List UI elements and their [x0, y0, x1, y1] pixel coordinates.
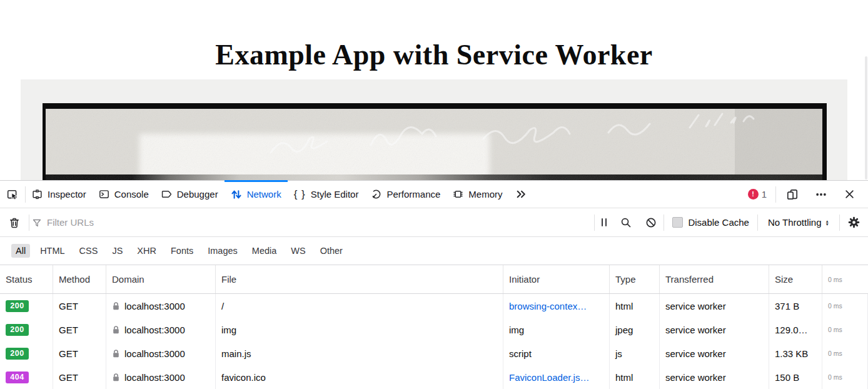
initiator-cell[interactable]: script — [503, 341, 610, 365]
size-cell: 129.0… — [769, 318, 822, 341]
disable-cache-checkbox[interactable] — [672, 217, 683, 228]
pick-element-icon — [7, 189, 18, 200]
column-header-size[interactable]: Size — [769, 265, 822, 293]
inspector-icon — [32, 189, 43, 200]
file-cell: main.js — [216, 341, 503, 365]
pick-element-button[interactable] — [0, 181, 25, 208]
initiator-cell[interactable]: FaviconLoader.js… — [503, 365, 610, 389]
requests-table-header: Status Method Domain File Initiator Type… — [0, 265, 868, 294]
initiator-cell[interactable]: img — [503, 318, 610, 341]
timeline-cell: 0 ms — [822, 318, 868, 341]
requests-table-body: 200 GET localhost:3000 / browsing-c — [0, 294, 868, 389]
status-badge: 200 — [6, 324, 29, 336]
tab-network[interactable]: Network — [225, 181, 288, 208]
photo-figure — [21, 79, 847, 180]
domain-cell: localhost:3000 — [106, 365, 216, 389]
filter-pill[interactable]: All — [11, 244, 30, 258]
request-row[interactable]: 200 GET localhost:3000 main.js scri — [0, 341, 868, 365]
performance-icon — [371, 189, 381, 200]
pause-traffic-button[interactable] — [595, 218, 613, 226]
gear-icon — [848, 216, 860, 228]
devtools-panel: Inspector Console Debugger — [0, 180, 868, 389]
status-badge: 200 — [6, 300, 29, 312]
filter-urls-input[interactable]: Filter URLs — [29, 208, 594, 236]
request-row[interactable]: 200 GET localhost:3000 img img — [0, 318, 868, 341]
column-header-transferred[interactable]: Transferred — [660, 265, 769, 293]
column-header-domain[interactable]: Domain — [106, 265, 216, 293]
filter-pill[interactable]: WS — [286, 244, 310, 258]
column-header-file[interactable]: File — [216, 265, 503, 293]
console-icon — [99, 189, 109, 200]
search-button[interactable] — [613, 217, 638, 228]
domain-cell: localhost:3000 — [106, 341, 216, 365]
status-badge: 404 — [6, 371, 29, 383]
tab-inspector[interactable]: Inspector — [26, 181, 93, 208]
page-title: Example App with Service Worker — [0, 38, 868, 71]
initiator-cell[interactable]: browsing-contex… — [503, 294, 610, 318]
throttling-value: No Throttling — [768, 217, 822, 228]
filter-pill[interactable]: Fonts — [166, 244, 198, 258]
lock-icon — [112, 301, 120, 310]
responsive-design-mode-button[interactable] — [780, 189, 805, 200]
network-settings-button[interactable] — [840, 216, 868, 228]
pause-icon — [602, 218, 607, 226]
size-cell: 371 B — [769, 294, 822, 318]
filter-pill[interactable]: Other — [316, 244, 347, 258]
debugger-icon — [161, 189, 172, 200]
memory-icon — [453, 189, 463, 200]
file-cell: / — [216, 294, 503, 318]
column-header-method[interactable]: Method — [53, 265, 106, 293]
filter-pill[interactable]: HTML — [36, 244, 69, 258]
error-icon: ! — [748, 189, 759, 200]
method-cell: GET — [53, 341, 106, 365]
type-cell: jpeg — [610, 318, 660, 341]
type-cell: html — [610, 294, 660, 318]
request-type-filters: All HTML CSS JS XHR Fonts Images Media W… — [0, 237, 868, 265]
column-header-initiator[interactable]: Initiator — [503, 265, 610, 293]
tab-label: Console — [114, 189, 149, 200]
close-devtools-button[interactable] — [837, 189, 862, 200]
devtools-menu-button[interactable] — [809, 189, 834, 200]
request-row[interactable]: 200 GET localhost:3000 / browsing-c — [0, 294, 868, 318]
filter-pill[interactable]: Images — [203, 244, 242, 258]
filter-urls-placeholder: Filter URLs — [47, 217, 94, 228]
tab-style-editor[interactable]: { } Style Editor — [288, 181, 365, 208]
tab-label: Network — [247, 189, 281, 200]
domain-cell: localhost:3000 — [106, 318, 216, 341]
error-count: 1 — [762, 189, 767, 200]
transferred-cell: service worker — [660, 294, 769, 318]
column-header-status[interactable]: Status — [0, 265, 53, 293]
tab-label: Performance — [386, 189, 440, 200]
filter-pill[interactable]: XHR — [133, 244, 161, 258]
page-scrollbar[interactable] — [865, 56, 867, 179]
select-arrows-icon: ▲▼ — [825, 220, 829, 226]
timeline-cell: 0 ms — [822, 365, 868, 389]
throttling-select[interactable]: No Throttling ▲▼ — [758, 217, 839, 228]
filter-pill[interactable]: CSS — [75, 244, 103, 258]
tab-label: Debugger — [177, 189, 218, 200]
error-count-button[interactable]: ! 1 — [743, 189, 772, 200]
network-icon — [231, 189, 242, 200]
disable-cache-control: Disable Cache — [664, 217, 757, 228]
column-header-timeline[interactable]: 0 ms — [822, 265, 868, 293]
column-header-type[interactable]: Type — [610, 265, 660, 293]
filter-pill[interactable]: Media — [248, 244, 281, 258]
size-cell: 1.33 KB — [769, 341, 822, 365]
clear-requests-button[interactable] — [0, 217, 29, 228]
request-row[interactable]: 404 GET localhost:3000 favicon.ico — [0, 365, 868, 389]
tab-console[interactable]: Console — [93, 181, 155, 208]
method-cell: GET — [53, 294, 106, 318]
status-badge: 200 — [6, 348, 29, 360]
transferred-cell: service worker — [660, 318, 769, 341]
tab-label: Inspector — [48, 189, 86, 200]
tab-label: Style Editor — [311, 189, 359, 200]
filter-pill[interactable]: JS — [108, 244, 127, 258]
transferred-cell: service worker — [660, 341, 769, 365]
tab-memory[interactable]: Memory — [447, 181, 508, 208]
block-requests-button[interactable] — [638, 217, 664, 228]
screen: Example App with Service Worker — [0, 0, 868, 389]
tab-debugger[interactable]: Debugger — [155, 181, 225, 208]
tab-performance[interactable]: Performance — [365, 181, 447, 208]
lock-icon — [112, 325, 120, 334]
more-tabs-button[interactable] — [509, 181, 533, 208]
